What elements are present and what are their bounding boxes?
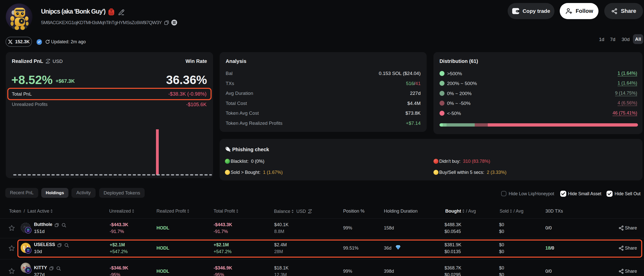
svg-text:$: $ <box>309 210 311 213</box>
